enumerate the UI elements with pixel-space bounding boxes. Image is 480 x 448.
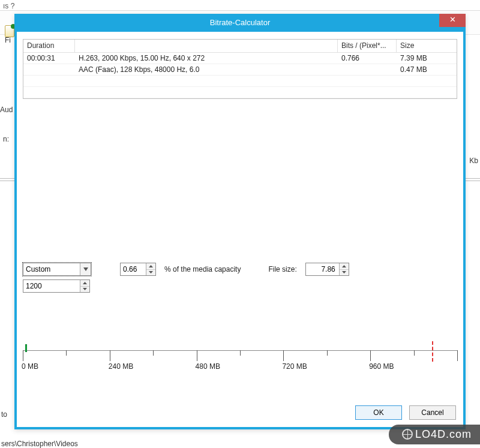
controls-row-2	[23, 279, 90, 293]
cell-bits	[338, 64, 397, 75]
spinner-up-icon[interactable]	[80, 280, 89, 287]
table-body: 00:00:31 H.263, 2000 Kbps, 15.00 Hz, 640…	[23, 53, 457, 98]
ruler-tick-minor	[66, 350, 67, 356]
svg-marker-2	[149, 271, 153, 273]
col-header-size[interactable]: Size	[397, 40, 457, 52]
cancel-button[interactable]: Cancel	[409, 405, 456, 420]
svg-marker-4	[342, 271, 346, 273]
close-icon: ✕	[449, 15, 456, 24]
ruler-limit-marker	[432, 341, 433, 362]
cell-size: 0.47 MB	[397, 64, 457, 75]
filesize-spinner[interactable]	[305, 263, 349, 276]
col-header-duration[interactable]: Duration	[23, 40, 75, 52]
ruler-tick-label: 960 MB	[369, 362, 394, 371]
spinner-down-icon[interactable]	[80, 287, 89, 293]
bitrate-calculator-dialog: Bitrate-Calculator ✕ Duration Bits / (Pi…	[14, 14, 466, 429]
ruler-tick-major	[23, 350, 23, 361]
spinner-up-icon[interactable]	[340, 263, 349, 270]
bitrate-spinner[interactable]	[23, 279, 90, 293]
dialog-footer: OK Cancel	[355, 405, 456, 420]
dialog-content: Duration Bits / (Pixel*... Size 00:00:31…	[17, 32, 463, 427]
chevron-down-icon	[80, 263, 91, 275]
parent-label-to: to	[1, 410, 7, 422]
percent-spinner[interactable]	[120, 263, 156, 276]
parent-label-aud: Aud	[0, 106, 13, 114]
cell-size: 7.39 MB	[397, 53, 457, 64]
ruler-tick-minor	[153, 350, 154, 356]
table-header-row: Duration Bits / (Pixel*... Size	[23, 40, 457, 53]
svg-marker-1	[149, 265, 153, 267]
dialog-titlebar[interactable]: Bitrate-Calculator ✕	[17, 16, 463, 32]
cell-duration	[23, 64, 75, 75]
col-header-bits[interactable]: Bits / (Pixel*...	[338, 40, 397, 52]
ruler-tick-label: 0 MB	[22, 362, 38, 371]
file-icon	[5, 25, 14, 37]
percent-input[interactable]	[121, 263, 146, 275]
svg-marker-3	[342, 265, 346, 267]
ok-button[interactable]: OK	[355, 405, 402, 420]
svg-marker-6	[83, 288, 87, 290]
filesize-input[interactable]	[306, 263, 339, 275]
cell-description: AAC (Faac), 128 Kbps, 48000 Hz, 6.0	[75, 64, 338, 75]
cell-bits: 0.766	[338, 53, 397, 64]
svg-marker-0	[83, 267, 88, 271]
watermark: LO4D.com	[389, 425, 480, 444]
ruler-tick-major	[110, 350, 110, 361]
parent-menubar	[0, 0, 480, 11]
watermark-text: LO4D.com	[415, 428, 472, 440]
ruler-tick-major	[370, 350, 371, 361]
ruler-tick-label: 720 MB	[282, 362, 307, 371]
ruler-tick-minor	[414, 350, 415, 356]
spinner-up-icon[interactable]	[146, 263, 155, 270]
parent-menu-fragment: ıs ?	[3, 2, 14, 10]
ruler-tick-label: 240 MB	[109, 362, 133, 371]
table-row	[23, 76, 457, 87]
spinner-down-icon[interactable]	[340, 270, 349, 276]
ruler-tick-label: 480 MB	[196, 362, 220, 371]
col-header-description[interactable]	[75, 40, 338, 52]
ruler-tick-minor	[327, 350, 328, 356]
svg-marker-5	[83, 282, 87, 284]
parent-label-n: n:	[3, 135, 9, 143]
dialog-title: Bitrate-Calculator	[210, 16, 270, 29]
ruler-current-marker[interactable]	[25, 344, 27, 352]
spinner-down-icon[interactable]	[146, 270, 155, 276]
controls-row-1: Custom % of the media capacity File size…	[23, 263, 457, 276]
table-row[interactable]: AAC (Faac), 128 Kbps, 48000 Hz, 6.0 0.47…	[23, 64, 457, 76]
ruler-tick-major	[283, 350, 284, 361]
capacity-ruler[interactable]: 0 MB240 MB480 MB720 MB960 MB	[23, 350, 457, 386]
close-button[interactable]: ✕	[439, 14, 466, 27]
parent-label-fi: Fi	[5, 36, 11, 44]
preset-select-value: Custom	[23, 265, 80, 273]
ruler-tick-major	[197, 350, 197, 361]
cell-description: H.263, 2000 Kbps, 15.00 Hz, 640 x 272	[75, 53, 338, 64]
percent-label: % of the media capacity	[164, 265, 241, 273]
streams-table[interactable]: Duration Bits / (Pixel*... Size 00:00:31…	[23, 39, 457, 99]
preset-select[interactable]: Custom	[23, 263, 91, 276]
table-row[interactable]: 00:00:31 H.263, 2000 Kbps, 15.00 Hz, 640…	[23, 53, 457, 64]
filesize-label: File size:	[268, 265, 296, 273]
parent-path-fragment: sers\Christopher\Videos	[1, 440, 78, 448]
ruler-tick-major	[457, 350, 458, 361]
parent-label-kb: Kb	[469, 157, 478, 165]
ruler-tick-minor	[240, 350, 241, 356]
table-row	[23, 87, 457, 98]
bitrate-input[interactable]	[23, 280, 80, 292]
cell-duration: 00:00:31	[23, 53, 75, 64]
globe-icon	[402, 429, 413, 440]
